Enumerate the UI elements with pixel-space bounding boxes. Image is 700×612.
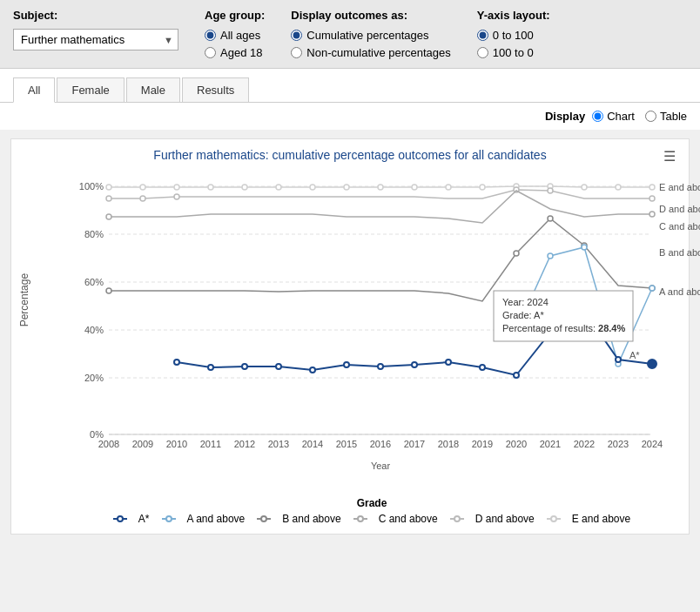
svg-text:2009: 2009 xyxy=(132,439,153,449)
subject-label: Subject: xyxy=(13,9,178,22)
chart-display-label: Chart xyxy=(607,110,635,123)
grade-label: Grade xyxy=(64,497,680,509)
tab-male[interactable]: Male xyxy=(126,77,180,102)
svg-point-75 xyxy=(310,367,315,373)
age-all-radio[interactable] xyxy=(205,30,216,41)
yaxis-100-0-option[interactable]: 100 to 0 xyxy=(477,46,550,59)
svg-point-32 xyxy=(140,185,145,190)
yaxis-100-0-radio[interactable] xyxy=(477,47,488,58)
chart-menu-icon[interactable]: ☰ xyxy=(663,148,676,165)
table-display-option[interactable]: Table xyxy=(645,110,687,123)
svg-point-51 xyxy=(174,194,179,199)
svg-point-57 xyxy=(650,212,655,217)
svg-point-79 xyxy=(446,360,451,365)
svg-text:2017: 2017 xyxy=(404,439,425,449)
tab-results[interactable]: Results xyxy=(182,77,249,102)
svg-point-40 xyxy=(412,185,417,190)
svg-text:40%: 40% xyxy=(84,325,104,335)
legend-label-b-above: B and above xyxy=(282,513,340,525)
svg-point-35 xyxy=(242,185,247,190)
svg-text:A*: A* xyxy=(629,350,640,360)
age-group: Age group: All ages Aged 18 xyxy=(205,9,265,59)
svg-point-59 xyxy=(106,288,111,293)
svg-text:2020: 2020 xyxy=(506,439,527,449)
svg-text:2019: 2019 xyxy=(472,439,493,449)
svg-text:A and above: A and above xyxy=(659,286,700,297)
svg-point-36 xyxy=(276,185,281,190)
chart-container: Further mathematics: cumulative percenta… xyxy=(10,138,690,535)
legend-label-d-above: D and above xyxy=(475,513,535,525)
svg-point-61 xyxy=(548,216,553,221)
age-18-option[interactable]: Aged 18 xyxy=(205,46,265,59)
legend-item-astar: A* xyxy=(113,513,150,525)
yaxis-label: Y-axis layout: xyxy=(477,9,550,22)
non-cumulative-label: Non-cumulative percentages xyxy=(306,46,450,59)
age-18-label: Aged 18 xyxy=(220,46,262,59)
svg-point-71 xyxy=(174,360,179,365)
svg-point-84 xyxy=(616,357,621,362)
svg-text:60%: 60% xyxy=(84,277,104,287)
svg-point-92 xyxy=(118,516,123,521)
svg-point-49 xyxy=(106,196,111,201)
svg-point-67 xyxy=(582,245,587,250)
yaxis-0-100-option[interactable]: 0 to 100 xyxy=(477,29,550,42)
svg-point-78 xyxy=(412,362,417,367)
svg-text:100%: 100% xyxy=(79,181,104,192)
svg-point-73 xyxy=(242,364,247,369)
svg-point-72 xyxy=(208,365,213,370)
svg-point-85 xyxy=(648,360,656,368)
svg-text:2008: 2008 xyxy=(98,439,119,449)
display-outcomes-group: Display outcomes as: Cumulative percenta… xyxy=(291,9,450,59)
svg-point-76 xyxy=(344,362,349,367)
svg-text:D and above: D and above xyxy=(659,204,700,214)
svg-point-39 xyxy=(378,185,383,190)
svg-point-53 xyxy=(548,188,553,193)
svg-text:2011: 2011 xyxy=(200,439,221,449)
yaxis-100-0-label: 100 to 0 xyxy=(493,46,534,59)
svg-point-47 xyxy=(650,185,655,190)
subject-select[interactable]: Further mathematics Mathematics Statisti… xyxy=(13,29,178,50)
top-bar: Subject: Further mathematics Mathematics… xyxy=(0,0,700,69)
svg-text:E and above: E and above xyxy=(659,182,700,192)
tabs-bar: All Female Male Results xyxy=(0,69,700,103)
svg-point-98 xyxy=(358,516,363,521)
table-radio[interactable] xyxy=(645,111,656,122)
svg-text:2022: 2022 xyxy=(574,439,595,449)
legend-item-c-above: C and above xyxy=(353,513,438,525)
legend-container: Grade A* A and above B and above C and a… xyxy=(64,497,680,525)
tab-female[interactable]: Female xyxy=(57,77,124,102)
legend-label-c-above: C and above xyxy=(379,513,438,525)
svg-text:80%: 80% xyxy=(84,229,104,239)
svg-text:B and above: B and above xyxy=(659,247,700,258)
chart-wrapper: Percentage .axis-text { font-family: Ari… xyxy=(20,169,680,525)
cumulative-option[interactable]: Cumulative percentages xyxy=(291,29,450,42)
age-all-option[interactable]: All ages xyxy=(205,29,265,42)
age-18-radio[interactable] xyxy=(205,47,216,58)
y-axis-label: Percentage xyxy=(18,272,30,326)
display-outcomes-label: Display outcomes as: xyxy=(291,9,450,22)
svg-point-33 xyxy=(174,185,179,190)
cumulative-label: Cumulative percentages xyxy=(306,29,428,42)
svg-point-96 xyxy=(261,516,266,521)
svg-point-69 xyxy=(650,286,655,291)
chart-title: Further mathematics: cumulative percenta… xyxy=(20,148,680,162)
svg-text:2018: 2018 xyxy=(438,439,459,449)
yaxis-0-100-radio[interactable] xyxy=(477,30,488,41)
svg-text:Percentage of results: 28.4%: Percentage of results: 28.4% xyxy=(502,323,625,333)
age-all-label: All ages xyxy=(220,29,260,42)
chart-radio[interactable] xyxy=(592,111,603,122)
cumulative-radio[interactable] xyxy=(291,30,302,41)
svg-point-66 xyxy=(548,253,553,259)
chart-display-option[interactable]: Chart xyxy=(592,110,635,123)
legend-item-b-above: B and above xyxy=(257,513,340,525)
non-cumulative-option[interactable]: Non-cumulative percentages xyxy=(291,46,450,59)
subject-select-wrapper: Further mathematics Mathematics Statisti… xyxy=(13,29,178,50)
legend-label-e-above: E and above xyxy=(572,513,630,525)
svg-text:2024: 2024 xyxy=(642,439,663,449)
legend: A* A and above B and above C and above D… xyxy=(64,513,680,525)
tab-all[interactable]: All xyxy=(13,77,55,103)
non-cumulative-radio[interactable] xyxy=(291,47,302,58)
svg-point-74 xyxy=(276,364,281,369)
legend-label-a-above: A and above xyxy=(187,513,246,525)
svg-text:2016: 2016 xyxy=(370,439,391,449)
